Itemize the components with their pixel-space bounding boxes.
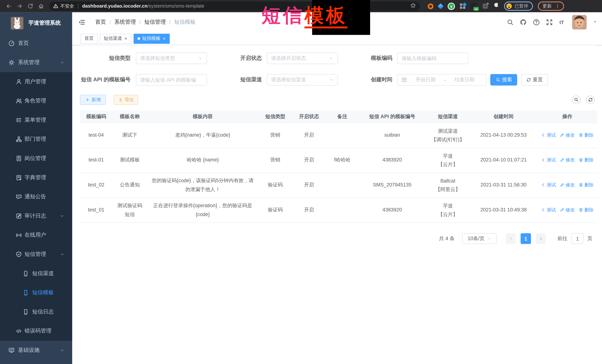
ring-extension-icon[interactable] [428,3,433,9]
sidebar-item-sms-channel[interactable]: 短信渠道 [0,264,72,283]
next-page-button[interactable] [536,233,546,244]
browser-forward-button[interactable] [15,1,25,11]
start-date-placeholder[interactable]: 开始日期 [408,76,443,83]
chevron-up-icon [60,252,64,257]
sidebar-item-error-code-mgmt[interactable]: 错误码管理 [0,322,72,341]
breadcrumb-separator: / [139,19,141,25]
tab-home[interactable]: 首页 [81,33,97,43]
test-link[interactable]: 测试 [541,206,556,214]
page-size-select[interactable]: 10条/页 [462,233,497,244]
help-icon[interactable] [533,19,540,26]
security-chip[interactable]: 不安全 [53,3,74,10]
end-date-placeholder[interactable]: 结束日期 [447,76,482,83]
sidebar-item-dept-mgmt[interactable]: 部门管理 [0,130,72,149]
api-template-id-input[interactable] [136,74,207,85]
sidebar-item-role-mgmt[interactable]: 角色管理 [0,91,72,111]
browser-back-button[interactable] [4,1,14,11]
sidebar-item-system-mgmt[interactable]: 系统管理 [0,53,72,72]
browser-menu-icon[interactable] [555,3,560,9]
table-header-row: 模板编码 模板名称 模板内容 短信类型 开启状态 备注 短信 API 的模板编号… [80,111,597,123]
sms-type-select[interactable]: 请选择短信类型 [136,52,207,64]
date-range-picker[interactable]: 开始日期 - 结束日期 [398,74,487,85]
font-size-icon[interactable] [559,19,566,26]
search-button[interactable]: 搜索 [490,74,517,85]
sidebar-item-menu-mgmt[interactable]: 菜单管理 [0,111,72,130]
filter-created-time: 创建时间 开始日期 - 结束日期 [346,74,486,85]
tab-sms-template[interactable]: 短信模板 [134,33,170,43]
export-button[interactable]: 导出 [114,95,138,105]
template-code-label: 模板编码 [346,55,392,62]
grid-extension-icon[interactable] [460,3,466,9]
edit-link[interactable]: 修改 [560,156,575,164]
col-template-name: 模板名称 [112,111,147,123]
tab-sms-channel[interactable]: 短信渠道 [100,33,131,43]
refresh-table-button[interactable] [586,95,595,104]
sidebar-item-dict-mgmt[interactable]: 字典管理 [0,168,72,187]
app-logo[interactable]: 芋道管理系统 [0,12,72,34]
camera-extension-icon[interactable] [483,3,488,9]
sidebar-item-infrastructure[interactable]: 基础设施 [0,341,72,360]
sidebar-item-sms-template[interactable]: 短信模板 [0,283,72,302]
list-extension-icon[interactable]: on [471,3,477,9]
sidebar-item-sms-log[interactable]: 短信日志 [0,302,72,322]
avatar-caret-icon[interactable] [593,19,597,26]
gem-extension-icon[interactable] [438,3,444,9]
browser-home-button[interactable] [36,1,46,11]
github-icon[interactable] [520,19,527,26]
sidebar-item-post-mgmt[interactable]: 岗位管理 [0,149,72,168]
breadcrumb-system-mgmt[interactable]: 系统管理 [114,19,136,26]
add-button[interactable]: 新增 [80,95,106,105]
y-extension-icon[interactable]: y [448,2,455,10]
browser-reload-button[interactable] [25,1,35,11]
app-title: 芋道管理系统 [28,20,61,26]
update-button[interactable]: 更新 [538,1,564,11]
delete-link[interactable]: 删除 [579,181,594,189]
user-avatar[interactable] [572,15,587,30]
header-search-button[interactable] [507,19,514,26]
fullscreen-icon[interactable] [546,19,553,26]
delete-link[interactable]: 删除 [579,131,594,139]
sms-channel-select[interactable]: 请选择短信渠道 [267,74,338,85]
sidebar-item-audit-log[interactable]: 审计日志 [0,207,72,226]
test-link[interactable]: 测试 [541,131,556,139]
breadcrumb-home[interactable]: 首页 [95,19,106,26]
status-select[interactable]: 请选择开启状态 [267,52,338,64]
test-link[interactable]: 测试 [541,181,556,189]
status-label: 开启状态 [216,55,262,62]
close-icon[interactable] [124,37,128,40]
breadcrumb-sms-mgmt[interactable]: 短信管理 [144,19,166,26]
browser-extensions: y on 已暂停 更新 [428,1,564,11]
test-link[interactable]: 测试 [541,156,556,164]
col-created-time: 创建时间 [470,111,537,123]
col-sms-channel: 短信渠道 [426,111,470,123]
edit-link[interactable]: 修改 [560,181,575,189]
reset-button[interactable]: 重置 [521,74,548,85]
sidebar-item-home[interactable]: 首页 [0,34,72,53]
security-label: 不安全 [60,3,74,10]
delete-link[interactable]: 删除 [579,156,594,164]
profile-chip[interactable]: 已暂停 [504,1,533,11]
sidebar-toggle-button[interactable] [78,18,86,26]
sidebar-item-user-mgmt[interactable]: 用户管理 [0,72,72,92]
edit-link[interactable]: 修改 [560,131,575,139]
goto-page-input[interactable] [571,233,583,244]
page-number-1[interactable]: 1 [521,233,531,244]
sidebar-item-sms-mgmt[interactable]: 短信管理 [0,245,72,264]
sidebar-item-notice[interactable]: 通知公告 [0,187,72,207]
prev-page-button[interactable] [506,233,516,244]
delete-link[interactable]: 删除 [579,206,594,214]
update-label: 更新 [543,3,552,10]
date-separator: - [443,77,447,83]
puzzle-extensions-icon[interactable] [493,2,499,10]
breadcrumb-separator: / [109,19,111,25]
sidebar-item-online-users[interactable]: 在线用户 [0,226,72,245]
toggle-search-button[interactable] [572,95,580,104]
template-code-input[interactable] [398,52,468,64]
goto-label: 前往 [558,235,568,242]
chevron-up-icon [60,60,64,65]
close-icon[interactable] [162,37,166,40]
monitor-chart-icon [9,347,15,353]
bookmark-star-icon[interactable] [410,2,416,10]
edit-link[interactable]: 修改 [560,206,575,214]
api-template-id-label: 短信 API 的模板编号 [80,76,131,83]
